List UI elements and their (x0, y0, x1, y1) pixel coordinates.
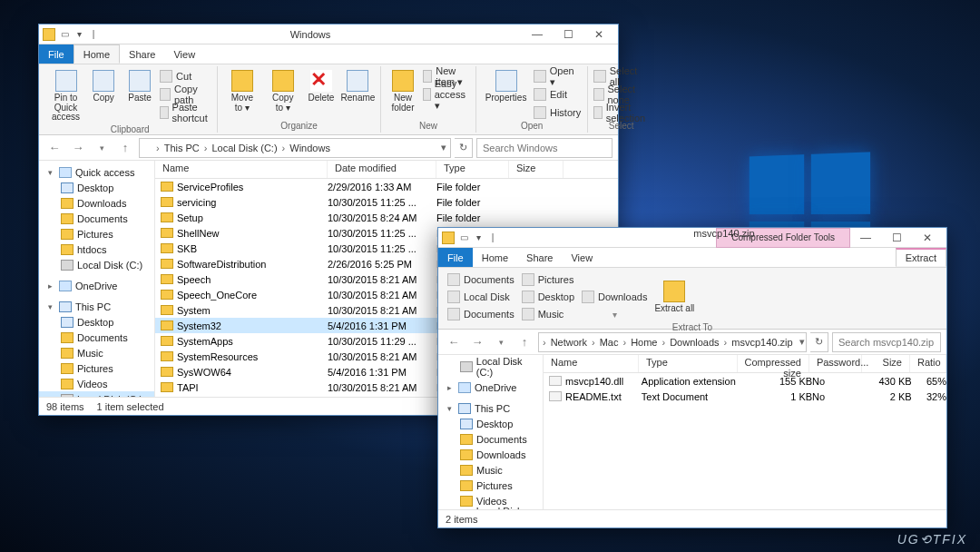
col-size[interactable]: Size (509, 161, 564, 178)
nav-downloads[interactable]: Downloads (438, 447, 543, 462)
move-to-button[interactable]: Move to ▾ (223, 68, 260, 114)
nav-pictures[interactable]: Pictures (438, 478, 543, 493)
dest-documents[interactable]: Documents (447, 271, 514, 288)
col-date[interactable]: Date modified (328, 161, 436, 178)
extract-all-button[interactable]: Extract all (651, 279, 698, 316)
navigation-pane[interactable]: Local Disk (C:) ▸OneDrive ▾This PC Deskt… (438, 355, 544, 509)
tab-file[interactable]: File (39, 44, 74, 64)
edit-button[interactable]: Edit (534, 86, 582, 103)
history-button[interactable]: History (534, 104, 582, 121)
nav-videos[interactable]: Videos (39, 376, 154, 391)
file-list[interactable]: msvcp140.dllApplication extension155 KBN… (544, 373, 946, 509)
refresh-button[interactable]: ↻ (810, 332, 828, 352)
col-ratio[interactable]: Ratio (910, 355, 946, 372)
column-headers[interactable]: Name Type Compressed size Password... Si… (544, 355, 946, 373)
nav-pictures[interactable]: Pictures (39, 226, 154, 242)
col-size[interactable]: Size (862, 355, 910, 372)
dest-downloads[interactable]: Downloads (582, 289, 647, 305)
select-all-button[interactable]: Select all (593, 68, 649, 84)
nav-documents[interactable]: Documents (438, 431, 543, 447)
maximize-button[interactable]: ☐ (881, 229, 912, 247)
invert-selection-button[interactable]: Invert selection (593, 104, 649, 121)
select-none-button[interactable]: Select none (593, 86, 649, 103)
tab-home[interactable]: Home (74, 44, 120, 64)
dest-music[interactable]: Music (522, 306, 574, 322)
nav-onedrive[interactable]: ▸OneDrive (39, 278, 154, 293)
tab-share[interactable]: Share (120, 44, 164, 64)
copy-to-button[interactable]: Copy to ▾ (265, 68, 301, 114)
table-row[interactable]: ServiceProfiles2/29/2016 1:33 AMFile fol… (155, 179, 618, 194)
tab-view[interactable]: View (562, 248, 602, 267)
back-button[interactable]: ← (444, 332, 464, 352)
paste-shortcut-button[interactable]: Paste shortcut (160, 104, 211, 121)
breadcrumb[interactable]: ›This PC ›Local Disk (C:) ›Windows ▾ (139, 138, 451, 158)
up-button[interactable]: ↑ (514, 332, 534, 352)
nav-documents-2[interactable]: Documents (39, 330, 154, 345)
recent-button[interactable]: ▾ (491, 332, 511, 352)
open-button[interactable]: Open ▾ (534, 68, 582, 84)
rename-button[interactable]: Rename (341, 68, 375, 105)
tab-home[interactable]: Home (473, 248, 517, 267)
forward-button[interactable]: → (68, 138, 88, 158)
forward-button[interactable]: → (467, 332, 487, 352)
nav-localdisk[interactable]: Local Disk (C:) (438, 359, 543, 374)
recent-button[interactable]: ▾ (92, 138, 112, 158)
dest-pictures[interactable]: Pictures (522, 271, 574, 288)
nav-music[interactable]: Music (438, 462, 543, 478)
search-input[interactable]: Search msvcp140.zip (832, 332, 941, 352)
nav-onedrive[interactable]: ▸OneDrive (438, 380, 543, 395)
delete-button[interactable]: ✕Delete (305, 68, 338, 105)
tab-extract[interactable]: Extract (896, 248, 946, 267)
navigation-pane[interactable]: ▾Quick access Desktop Downloads Document… (39, 161, 155, 397)
paste-button[interactable]: Paste (123, 68, 156, 105)
nav-desktop[interactable]: Desktop (438, 416, 543, 431)
cut-button[interactable]: Cut (160, 68, 211, 84)
table-row[interactable]: msvcp140.dllApplication extension155 KBN… (544, 373, 946, 389)
new-folder-button[interactable]: New folder (387, 68, 419, 114)
minimize-button[interactable]: — (522, 25, 553, 44)
table-row[interactable]: README.txtText Document1 KBNo2 KB32% (544, 389, 946, 404)
search-input[interactable]: Search Windows (476, 138, 612, 158)
col-name[interactable]: Name (544, 355, 639, 372)
nav-pictures-2[interactable]: Pictures (39, 360, 154, 376)
close-button[interactable]: ✕ (583, 25, 614, 44)
titlebar[interactable]: ▭ ▾ | Windows — ☐ ✕ (39, 25, 618, 44)
properties-button[interactable]: Properties (482, 68, 530, 105)
nav-htdocs[interactable]: htdocs (39, 242, 154, 257)
qat-properties-icon[interactable]: ▭ (59, 29, 70, 40)
tab-view[interactable]: View (164, 44, 204, 64)
qat-properties-icon[interactable]: ▭ (458, 232, 469, 243)
tab-share[interactable]: Share (517, 248, 562, 267)
table-row[interactable]: Setup10/30/2015 8:24 AMFile folder (155, 210, 618, 225)
breadcrumb[interactable]: ›Network ›Mac ›Home ›Downloads ›msvcp140… (538, 332, 807, 352)
col-name[interactable]: Name (155, 161, 328, 178)
col-password[interactable]: Password... (809, 355, 862, 372)
back-button[interactable]: ← (44, 138, 64, 158)
dest-localdisk[interactable]: Local Disk (447, 289, 514, 305)
col-type[interactable]: Type (639, 355, 738, 372)
col-type[interactable]: Type (436, 161, 509, 178)
chevron-down-icon[interactable]: ▾ (799, 336, 805, 348)
dest-desktop[interactable]: Desktop (522, 289, 574, 305)
copy-button[interactable]: Copy (87, 68, 120, 105)
tab-file[interactable]: File (438, 248, 473, 267)
qat-newfolder-icon[interactable]: ▾ (473, 232, 484, 243)
nav-desktop-2[interactable]: Desktop (39, 314, 154, 330)
nav-this-pc[interactable]: ▾This PC (39, 299, 154, 314)
easy-access-button[interactable]: Easy access ▾ (423, 86, 470, 103)
refresh-button[interactable]: ↻ (455, 138, 473, 158)
pin-quick-access-button[interactable]: Pin to Quick access (48, 68, 83, 124)
minimize-button[interactable]: — (850, 229, 881, 247)
qat-newfolder-icon[interactable]: ▾ (74, 29, 84, 40)
titlebar[interactable]: ▭ ▾ | Compressed Folder Tools msvcp140.z… (438, 228, 946, 248)
dest-documents-2[interactable]: Documents (447, 306, 514, 322)
nav-this-pc[interactable]: ▾This PC (438, 400, 543, 416)
nav-quick-access[interactable]: ▾Quick access (39, 164, 154, 180)
column-headers[interactable]: Name Date modified Type Size (155, 161, 618, 179)
nav-documents[interactable]: Documents (39, 211, 154, 226)
chevron-down-icon[interactable]: ▾ (441, 142, 446, 153)
nav-localdisk[interactable]: Local Disk (C:) (39, 257, 154, 272)
dest-more[interactable]: ▾ (582, 306, 647, 322)
close-button[interactable]: ✕ (912, 229, 943, 247)
maximize-button[interactable]: ☐ (553, 25, 583, 44)
